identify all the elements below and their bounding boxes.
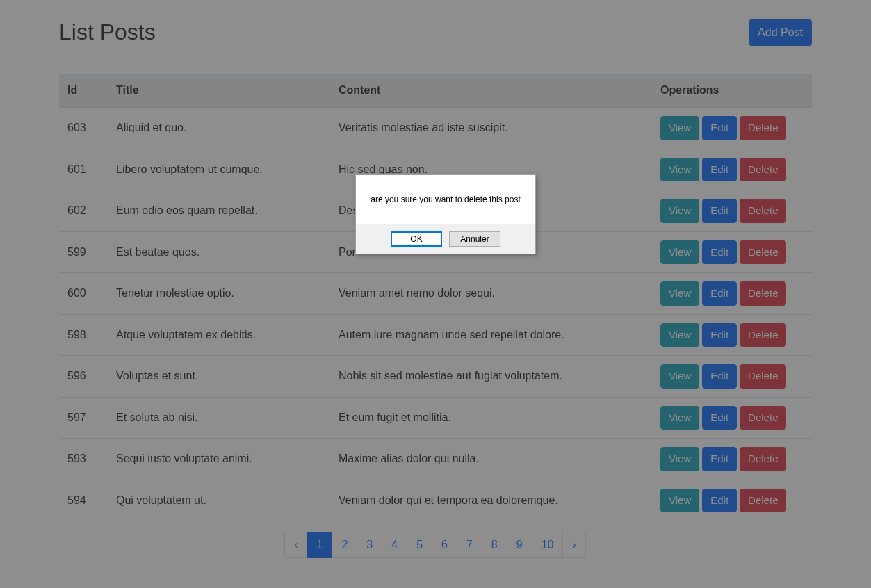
dialog-message: are you sure you want to delete this pos… [356, 175, 535, 224]
confirm-dialog: are you sure you want to delete this pos… [355, 174, 536, 254]
modal-overlay: are you sure you want to delete this pos… [0, 0, 871, 588]
dialog-cancel-button[interactable]: Annuler [449, 231, 500, 247]
dialog-ok-button[interactable]: OK [391, 231, 442, 247]
dialog-button-row: OK Annuler [356, 224, 535, 254]
